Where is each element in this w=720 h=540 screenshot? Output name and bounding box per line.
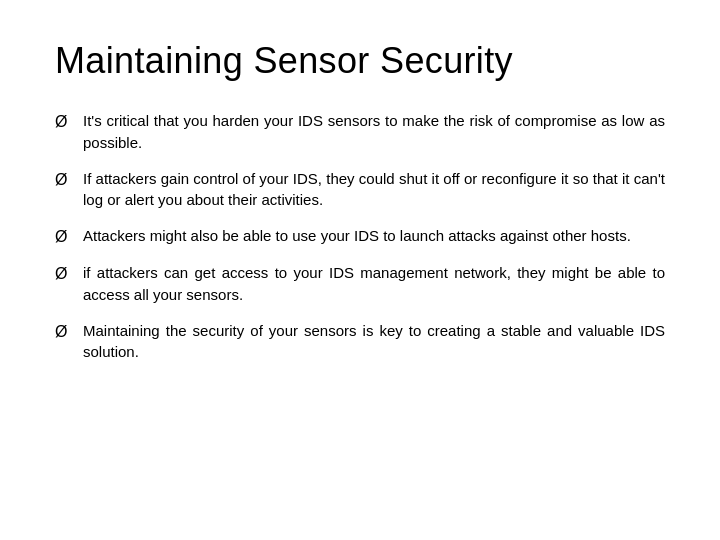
bullet-item-3: ØAttackers might also be able to use you… [55,225,665,248]
bullet-marker-5: Ø [55,320,83,343]
slide-title: Maintaining Sensor Security [55,40,665,82]
bullet-text-5: Maintaining the security of your sensors… [83,320,665,364]
bullet-item-1: ØIt's critical that you harden your IDS … [55,110,665,154]
bullet-item-5: ØMaintaining the security of your sensor… [55,320,665,364]
bullet-list: ØIt's critical that you harden your IDS … [55,110,665,377]
bullet-marker-1: Ø [55,110,83,133]
bullet-marker-4: Ø [55,262,83,285]
bullet-text-4: if attackers can get access to your IDS … [83,262,665,306]
bullet-item-4: Øif attackers can get access to your IDS… [55,262,665,306]
bullet-item-2: ØIf attackers gain control of your IDS, … [55,168,665,212]
bullet-text-2: If attackers gain control of your IDS, t… [83,168,665,212]
bullet-text-3: Attackers might also be able to use your… [83,225,665,247]
slide: Maintaining Sensor Security ØIt's critic… [0,0,720,540]
bullet-text-1: It's critical that you harden your IDS s… [83,110,665,154]
bullet-marker-3: Ø [55,225,83,248]
bullet-marker-2: Ø [55,168,83,191]
